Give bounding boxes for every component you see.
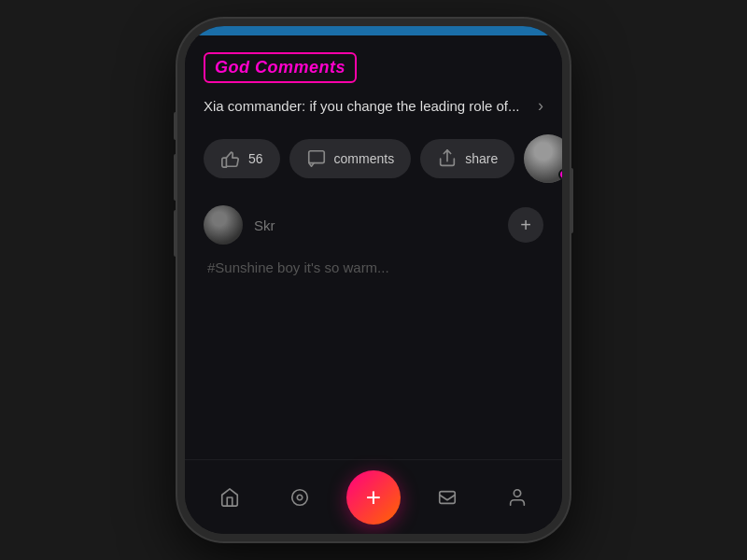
share-label: share xyxy=(465,151,498,166)
nav-explore[interactable] xyxy=(276,474,323,521)
add-comment-button[interactable]: + xyxy=(508,207,543,243)
comment-row: Skr + xyxy=(204,205,543,245)
god-comments-badge[interactable]: God Comments xyxy=(204,52,357,83)
hashtag-text: #Sunshine boy it's so warm... xyxy=(204,259,393,275)
side-button-power xyxy=(570,168,573,233)
article-title: Xia commander: if you change the leading… xyxy=(204,98,530,114)
comments-label: comments xyxy=(334,151,395,166)
god-comments-label: God Comments xyxy=(215,58,345,77)
side-button-mute xyxy=(174,112,177,140)
like-count: 56 xyxy=(248,151,263,166)
like-button[interactable]: 56 xyxy=(204,139,280,178)
svg-rect-0 xyxy=(308,151,324,163)
phone-frame: God Comments Xia commander: if you chang… xyxy=(177,19,570,541)
svg-point-3 xyxy=(297,495,303,500)
bottom-nav: + xyxy=(185,459,562,534)
chevron-right-icon[interactable]: › xyxy=(538,96,543,116)
side-button-vol-down xyxy=(174,210,177,257)
nav-profile[interactable] xyxy=(494,474,541,521)
svg-point-2 xyxy=(292,489,308,505)
action-row: 56 comments sha xyxy=(204,134,543,183)
avatar-image xyxy=(524,134,562,183)
add-icon: + xyxy=(520,215,531,236)
thumbs-up-icon xyxy=(220,148,241,169)
content-area: God Comments Xia commander: if you chang… xyxy=(185,35,562,459)
commenter-username: Skr xyxy=(254,217,497,233)
top-bar xyxy=(185,26,562,35)
nav-add-button[interactable]: + xyxy=(346,470,401,525)
nav-home[interactable] xyxy=(206,474,253,521)
explore-icon xyxy=(289,487,310,508)
svg-rect-4 xyxy=(440,491,456,503)
article-row: Xia commander: if you change the leading… xyxy=(204,96,543,116)
svg-point-5 xyxy=(514,489,521,496)
comments-button[interactable]: comments xyxy=(289,139,412,178)
side-button-vol-up xyxy=(174,154,177,201)
user-avatar[interactable] xyxy=(524,134,562,183)
messages-icon xyxy=(437,487,458,508)
share-button[interactable]: share xyxy=(420,139,514,178)
profile-icon xyxy=(507,487,528,508)
comments-icon xyxy=(306,148,327,169)
share-icon xyxy=(437,148,458,169)
hashtag-row: #Sunshine boy it's so warm... xyxy=(204,259,543,276)
nav-add-icon: + xyxy=(366,484,381,511)
nav-messages[interactable] xyxy=(424,474,471,521)
avatar-online-dot xyxy=(558,169,562,180)
commenter-avatar[interactable] xyxy=(204,205,243,245)
home-icon xyxy=(219,487,240,508)
phone-screen: God Comments Xia commander: if you chang… xyxy=(185,26,562,534)
